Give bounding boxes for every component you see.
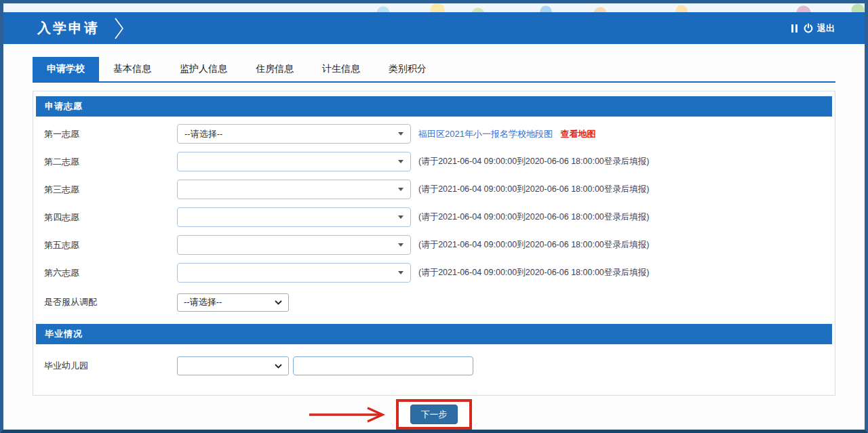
tab-category-points[interactable]: 类别积分 (374, 57, 441, 81)
choice-3-dropdown[interactable] (177, 180, 411, 199)
school-district-map-link[interactable]: 福田区2021年小一报名学校地段图 (418, 129, 553, 139)
field-label: 是否服从调配 (44, 296, 177, 308)
banner-image-sliver (3, 3, 865, 12)
select-selected-value: --请选择-- (184, 296, 275, 308)
footer: 下一步 (3, 396, 865, 432)
form-row-choice-1: 第一志愿 --请选择-- 福田区2021年小一报名学校地段图 查看地图 (33, 120, 835, 148)
accept-allocation-select[interactable]: --请选择-- (177, 293, 289, 312)
field-label: 第二志愿 (44, 156, 177, 168)
form-row-choice-6: 第六志愿 (请于2021-06-04 09:00:00到2020-06-06 1… (33, 259, 835, 287)
field-label: 第一志愿 (44, 128, 177, 140)
tab-basic-info[interactable]: 基本信息 (99, 57, 165, 81)
field-label: 第六志愿 (44, 267, 177, 279)
chevron-down-icon (275, 300, 282, 305)
fill-period-hint: (请于2021-06-04 09:00:00到2020-06-06 18:00:… (418, 211, 649, 223)
power-icon[interactable] (803, 22, 814, 34)
red-highlight-box-annotation: 下一步 (396, 399, 472, 430)
choice-1-dropdown[interactable]: --请选择-- (177, 124, 411, 144)
form-row-choice-2: 第二志愿 (请于2021-06-04 09:00:00到2020-06-06 1… (33, 148, 835, 176)
fill-period-hint: (请于2021-06-04 09:00:00到2020-06-06 18:00:… (418, 239, 649, 251)
main-content: 申请学校 基本信息 监护人信息 住房信息 计生信息 类别积分 申请志愿 第一志愿… (3, 44, 865, 432)
choice-6-dropdown[interactable] (177, 263, 411, 283)
breadcrumb-chevron-icon (113, 17, 125, 40)
section-header-volunteers: 申请志愿 (36, 96, 832, 117)
fill-period-hint: (请于2021-06-04 09:00:00到2020-06-06 18:00:… (418, 267, 649, 279)
red-arrow-annotation (308, 406, 393, 424)
choice-4-dropdown[interactable] (177, 207, 411, 227)
header-actions: 退出 (791, 12, 835, 44)
volunteer-form: 第一志愿 --请选择-- 福田区2021年小一报名学校地段图 查看地图 第二志愿 (33, 117, 835, 319)
form-row-choice-4: 第四志愿 (请于2021-06-04 09:00:00到2020-06-06 1… (33, 203, 835, 231)
fill-period-hint: (请于2021-06-04 09:00:00到2020-06-06 18:00:… (418, 184, 649, 195)
pause-bars-icon (791, 24, 797, 33)
page-title: 入学申请 (37, 19, 100, 37)
chevron-down-icon (398, 215, 403, 219)
tab-housing-info[interactable]: 住房信息 (241, 57, 308, 81)
page-header: 入学申请 退出 (3, 12, 865, 44)
kindergarten-name-input[interactable] (293, 356, 473, 375)
next-step-button[interactable]: 下一步 (410, 405, 458, 424)
tab-bar: 申请学校 基本信息 监护人信息 住房信息 计生信息 类别积分 (33, 57, 835, 83)
section-header-graduation: 毕业情况 (36, 324, 832, 344)
dropdown-selected-value: --请选择-- (184, 128, 394, 140)
tab-guardian-info[interactable]: 监护人信息 (165, 57, 241, 81)
choice-2-dropdown[interactable] (177, 152, 411, 171)
chevron-down-icon (398, 188, 403, 191)
field-label: 第五志愿 (44, 239, 177, 251)
map-links: 福田区2021年小一报名学校地段图 查看地图 (418, 128, 596, 140)
form-row-choice-5: 第五志愿 (请于2021-06-04 09:00:00到2020-06-06 1… (33, 231, 835, 259)
tab-family-planning-info[interactable]: 计生信息 (308, 57, 374, 81)
chevron-down-icon (398, 132, 403, 136)
field-label: 第四志愿 (44, 211, 177, 224)
form-panel: 申请志愿 第一志愿 --请选择-- 福田区2021年小一报名学校地段图 查看地图… (33, 91, 835, 396)
kindergarten-select[interactable] (177, 356, 289, 375)
form-row-kindergarten: 毕业幼儿园 (33, 348, 835, 384)
form-row-choice-3: 第三志愿 (请于2021-06-04 09:00:00到2020-06-06 1… (33, 176, 835, 203)
field-label: 第三志愿 (44, 184, 177, 196)
chevron-down-icon (275, 364, 282, 369)
tab-apply-school[interactable]: 申请学校 (33, 57, 99, 81)
choice-5-dropdown[interactable] (177, 235, 411, 255)
logout-button[interactable]: 退出 (817, 22, 835, 35)
chevron-down-icon (398, 271, 403, 274)
chevron-down-icon (398, 243, 403, 247)
form-row-accept-allocation: 是否服从调配 --请选择-- (33, 287, 835, 318)
field-label: 毕业幼儿园 (44, 360, 177, 372)
graduation-form: 毕业幼儿园 (33, 344, 835, 386)
fill-period-hint: (请于2021-06-04 09:00:00到2020-06-06 18:00:… (418, 156, 649, 167)
chevron-down-icon (398, 160, 403, 163)
app-window: 入学申请 退出 申请学校 基本信息 监护人信息 住房信息 计生信息 (0, 0, 868, 433)
view-map-link[interactable]: 查看地图 (561, 129, 596, 139)
